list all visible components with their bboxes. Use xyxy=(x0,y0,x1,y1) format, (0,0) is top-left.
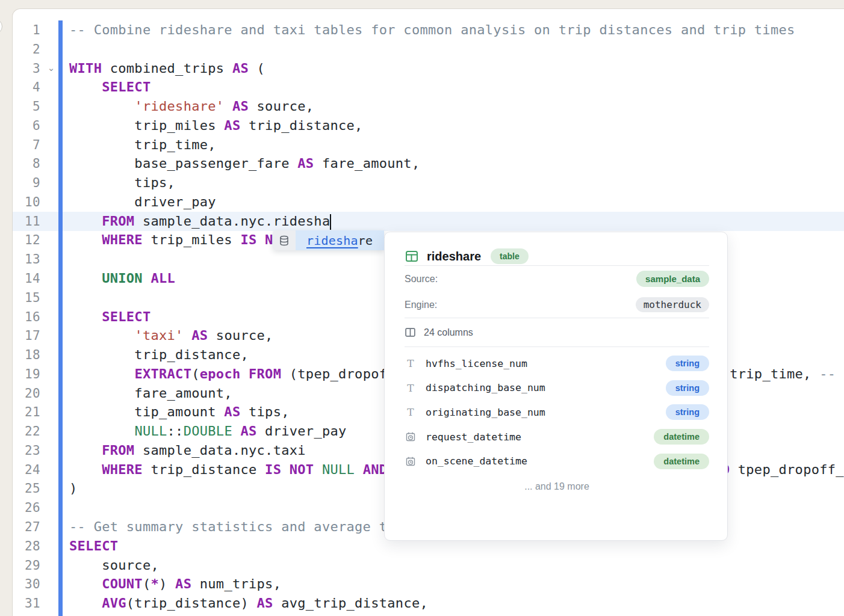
calendar-clock-icon xyxy=(405,431,417,442)
table-icon xyxy=(405,249,419,263)
column-type-badge: string xyxy=(666,356,709,371)
engine-value-badge: motherduck xyxy=(636,297,709,312)
code-line[interactable]: NULL::DOUBLE AS driver_pay xyxy=(69,422,347,441)
column-name: originating_base_num xyxy=(426,407,657,418)
table-info-card: rideshare table Source: sample_data Engi… xyxy=(384,232,728,541)
code-line[interactable]: trip_distance, xyxy=(69,345,249,365)
sql-editor-panel: 123⌄456789101112131415161718192021222324… xyxy=(12,8,844,616)
column-row: on_scene_datetimedatetime xyxy=(405,449,709,473)
code-line[interactable]: tips, xyxy=(69,173,175,192)
divider xyxy=(405,346,709,347)
code-line[interactable]: tip_amount AS tips, xyxy=(69,402,290,422)
autocomplete-dropdown: rideshare xyxy=(273,230,384,250)
source-value-badge: sample_data xyxy=(636,271,709,287)
column-row: Tdispatching_base_numstring xyxy=(405,376,709,401)
code-line[interactable]: source, xyxy=(69,556,159,575)
code-line[interactable]: trip_miles AS trip_distance, xyxy=(69,116,363,135)
text-cursor xyxy=(330,214,331,230)
column-type-badge: string xyxy=(666,380,709,396)
code-line[interactable]: ) xyxy=(69,479,78,498)
source-label: Source: xyxy=(405,274,438,285)
code-line[interactable]: AVG(trip_distance) AS avg_trip_distance, xyxy=(69,594,428,613)
column-name: dispatching_base_num xyxy=(426,382,657,393)
code-line[interactable]: AVG(trip_time) AS avg_trip_time, xyxy=(69,613,363,616)
code-line[interactable]: SELECT xyxy=(69,537,118,556)
column-type-badge: string xyxy=(666,404,709,420)
table-type-badge: table xyxy=(491,248,529,264)
columns-count: 24 columns xyxy=(424,327,473,338)
engine-label: Engine: xyxy=(405,300,437,310)
columns-icon xyxy=(405,327,416,338)
code-line[interactable]: WITH combined_trips AS ( xyxy=(69,59,265,78)
autocomplete-item-rideshare[interactable]: rideshare xyxy=(296,230,384,250)
sidebar-edge-button[interactable] xyxy=(0,19,2,34)
column-row: Thvfhs_license_numstring xyxy=(405,351,709,376)
code-line[interactable]: -- Combine rideshare and taxi tables for… xyxy=(69,20,795,40)
calendar-clock-icon xyxy=(405,456,417,467)
code-line[interactable]: FROM sample_data.nyc.taxi xyxy=(69,441,306,460)
code-line[interactable]: driver_pay xyxy=(69,192,216,212)
code-line[interactable]: SELECT xyxy=(69,78,150,97)
column-name: on_scene_datetime xyxy=(426,455,645,467)
column-type-badge: datetime xyxy=(654,454,709,469)
code-line[interactable]: SELECT xyxy=(69,307,150,327)
code-line[interactable]: fare_amount, xyxy=(69,384,232,403)
code-line[interactable]: COUNT(*) AS num_trips, xyxy=(69,574,281,594)
column-row: Toriginating_base_numstring xyxy=(405,400,709,425)
column-name: request_datetime xyxy=(426,431,645,443)
text-type-icon: T xyxy=(405,382,417,394)
source-row: Source: sample_data xyxy=(405,266,709,292)
text-type-icon: T xyxy=(405,406,417,418)
code-line[interactable]: 'rideshare' AS source, xyxy=(69,97,314,116)
autocomplete-typed-text: ridesha xyxy=(306,233,358,248)
code-line[interactable]: base_passenger_fare AS fare_amount, xyxy=(69,154,420,173)
engine-row: Engine: motherduck xyxy=(405,292,709,318)
text-type-icon: T xyxy=(405,357,417,369)
column-type-badge: datetime xyxy=(654,429,709,445)
code-line[interactable]: trip_time, xyxy=(69,135,216,155)
table-card-header: rideshare table xyxy=(405,232,709,265)
column-row: request_datetimedatetime xyxy=(405,425,709,449)
autocomplete-rest-text: re xyxy=(358,233,373,248)
more-columns-note: ... and 19 more xyxy=(405,481,709,492)
column-list: Thvfhs_license_numstringTdispatching_bas… xyxy=(405,351,709,473)
code-line[interactable]: UNION ALL xyxy=(69,269,175,288)
column-name: hvfhs_license_num xyxy=(426,358,657,369)
columns-count-row: 24 columns xyxy=(405,318,709,346)
database-icon xyxy=(273,230,296,250)
code-line[interactable]: FROM sample_data.nyc.ridesha xyxy=(69,212,330,231)
code-line[interactable]: 'taxi' AS source, xyxy=(69,326,273,345)
table-name: rideshare xyxy=(427,250,481,263)
